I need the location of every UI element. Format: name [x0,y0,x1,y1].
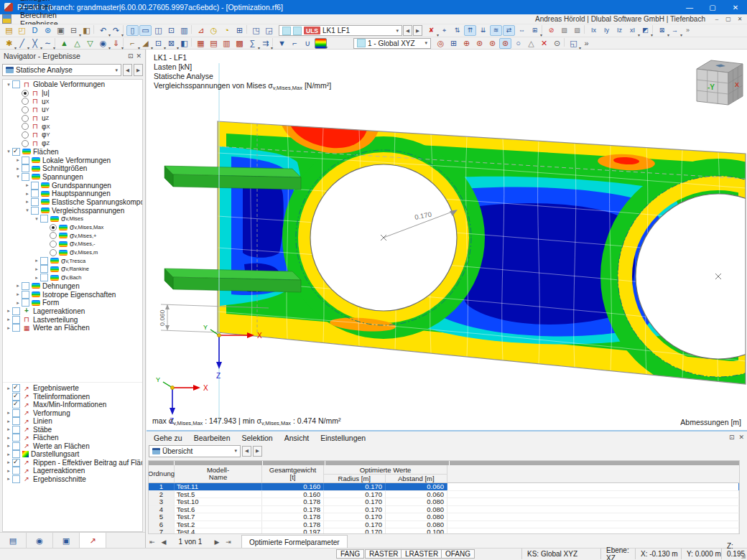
expander-icon[interactable] [5,82,12,88]
expander-icon[interactable] [24,199,31,205]
expander-icon[interactable] [5,426,12,432]
toolbar-icon[interactable] [542,25,544,34]
checkbox[interactable] [40,215,48,223]
new-node[interactable]: ✱ [3,38,15,49]
dim-iy[interactable]: Iy [600,25,613,36]
tree-item[interactable]: Schnittgrößen [3,164,142,173]
open-file[interactable]: ◰ [16,25,28,36]
results-navigator-tab[interactable]: ↗ [80,533,106,549]
tree-item[interactable]: Lokale Verformungen [3,156,142,164]
dock-menu-item[interactable]: Gehe zu [148,434,188,442]
object-snap-button[interactable]: OFANG [441,549,475,559]
window-link-2[interactable]: ◲ [263,25,275,36]
dim-xi[interactable]: xI [626,25,639,36]
gear-3[interactable]: ⊛ [499,38,511,49]
toolbar-icon[interactable] [246,25,249,34]
measure-angle[interactable]: ⊿ [195,25,207,36]
view-panel-3[interactable]: ◫ [152,25,164,36]
tree-item[interactable]: Max/Min-Informationen [3,401,142,409]
dock-menu-item[interactable]: Bearbeiten [188,434,236,442]
radio-button[interactable] [22,90,29,97]
checkbox[interactable] [12,324,20,332]
orbit[interactable]: ○ [512,38,524,49]
navigation-cube[interactable]: -Y X [697,60,743,105]
expander-icon[interactable] [24,191,31,197]
tree-item[interactable]: σv,Rankine [3,265,142,274]
toolbar-icon[interactable] [93,25,96,34]
expander-icon[interactable] [14,157,22,163]
float-panel-icon[interactable]: ⊡ [729,434,735,441]
checkbox[interactable] [12,426,20,434]
table-grid[interactable]: ⊞ [447,38,460,49]
minimize-button[interactable]: — [678,0,701,14]
tree-item[interactable]: σv,Mises,Max [3,223,142,232]
analysis-type-combo[interactable]: Statische Analyse ▾ [2,64,121,76]
tree-item[interactable]: Werte an Flächen [3,324,142,332]
support-line[interactable]: △ [71,38,83,49]
edit-box[interactable]: ⊡ [152,38,164,49]
find-view[interactable]: ◎ [435,38,447,49]
pyramid[interactable]: △ [525,38,537,49]
checkbox[interactable] [12,467,20,475]
expander-icon[interactable] [14,283,22,289]
position[interactable]: ⌖ [438,25,450,36]
checkbox[interactable] [22,173,29,181]
table-row[interactable]: 1 Test.11 0.160 0.170 0.060 [149,483,739,491]
tree-item[interactable]: Darstellungsart [3,450,142,459]
toolbar-icon[interactable] [191,25,194,34]
display-navigator-tab[interactable]: ◉ [27,533,53,549]
tree-item[interactable]: Lastverteilung [3,315,142,324]
tree-item[interactable]: σv,Mises,- [3,240,142,248]
column-header-radius[interactable]: Radius [m] [324,475,386,482]
checkbox[interactable] [12,459,20,467]
expander-icon[interactable] [14,291,22,297]
checkbox[interactable] [22,299,29,307]
camera[interactable]: ⊙ [551,38,563,49]
expander-icon[interactable] [5,149,12,154]
mesh-refine[interactable]: ▩ [233,38,246,49]
printout-report[interactable]: ◧ [80,25,93,36]
solid-cube-1[interactable]: ▧ [558,25,570,36]
expander-icon[interactable] [24,207,31,213]
table-row[interactable]: 5 Test.7 0.178 0.170 0.080 [149,513,739,521]
checkbox[interactable] [31,182,39,190]
tree-item[interactable]: Hauptspannungen [3,190,142,198]
select-window[interactable]: ⌐ [126,38,139,49]
radio-button[interactable] [22,106,29,113]
checkbox[interactable] [40,274,48,281]
table-row[interactable]: 4 Test.6 0.178 0.170 0.080 [149,506,739,514]
resize-grip[interactable]: ◢ [741,553,746,559]
checkbox[interactable] [31,190,39,197]
expander-icon[interactable] [14,174,22,179]
tree-item[interactable]: |u| [3,89,142,98]
color-scale[interactable] [315,38,327,49]
close-button[interactable]: ✕ [724,0,747,14]
flatten[interactable]: → [669,25,681,36]
tree-item[interactable]: φX [3,122,142,131]
gauge-2[interactable]: ◔ [221,25,233,36]
previous-load-case-button[interactable]: ◀ [403,25,412,36]
next-page-button[interactable]: ▶ [211,536,223,547]
redo[interactable]: ↷ [110,25,122,36]
previous-analysis-button[interactable]: ◀ [123,64,132,76]
mdi-restore-button[interactable]: ▢ [723,15,734,24]
next-view-button[interactable]: ▶ [253,446,262,457]
tree-item[interactable]: φY [3,131,142,139]
load-case-combo[interactable]: ULS LK1 LF1 ▾ [279,25,402,36]
new-member[interactable]: ∼ [42,38,54,49]
new-model[interactable]: ▤ [3,25,15,36]
tree-item[interactable]: Lagerreaktionen [3,467,142,475]
checkbox[interactable] [12,401,20,409]
checkbox[interactable] [40,265,48,273]
expander-icon[interactable] [5,476,12,482]
column-header-ordnung[interactable]: Ordnung [149,465,175,482]
checkbox[interactable] [12,442,20,450]
toolbar-icon[interactable] [272,38,275,47]
float-panel-icon[interactable]: ⊡ [128,52,134,60]
level-down[interactable]: ⇊ [477,25,489,36]
tree-item[interactable]: Werte an Flächen [3,442,142,451]
column-header-gesamtgewicht[interactable]: Gesamtgewicht[t] [262,465,324,482]
radio-button[interactable] [22,123,29,130]
blocks[interactable]: ⊠ [656,25,668,36]
checkbox[interactable] [22,282,29,290]
